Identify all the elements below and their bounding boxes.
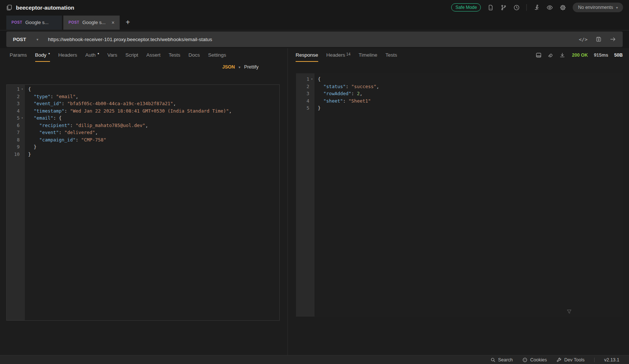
code-line: 8 "campaign_id": "CMP-758" <box>7 136 279 144</box>
request-url-row: POST ▾ https://webhook-receiver-101.prox… <box>0 30 629 48</box>
tab-params[interactable]: Params <box>6 48 31 62</box>
tab-timeline[interactable]: Timeline <box>355 48 382 62</box>
modified-dot: ● <box>48 52 50 55</box>
code-text: { <box>314 76 321 82</box>
chevron-down-icon[interactable]: ▾ <box>36 37 38 41</box>
prettify-button[interactable]: Prettify <box>244 64 259 70</box>
code-line: 7 "event": "delivered", <box>7 129 279 136</box>
clear-response-icon[interactable] <box>548 52 553 58</box>
response-code-editor[interactable]: 1▾{2 "status": "success",3 "rowAdded": 2… <box>296 73 623 317</box>
code-text: "status": "success", <box>314 84 379 89</box>
fold-icon[interactable]: ▾ <box>309 77 314 81</box>
new-tab-button[interactable]: + <box>121 18 134 27</box>
body-mode-selector[interactable]: JSON <box>222 64 235 70</box>
header-divider <box>526 4 527 11</box>
app-header: beeceptor-automation Safe Mode <box>0 0 629 15</box>
response-panel: ResponseHeaders14TimelineTests <box>288 48 629 355</box>
tab-label: Response <box>296 52 318 58</box>
line-number: 3 <box>7 101 20 106</box>
line-number: 1 <box>296 76 309 82</box>
send-icon[interactable] <box>610 36 616 42</box>
gutter: 1▾ <box>296 76 314 82</box>
code-text: { <box>25 86 31 92</box>
version-control-icon[interactable] <box>500 4 507 11</box>
search-button[interactable]: Search <box>490 357 513 363</box>
settings-icon[interactable] <box>560 4 566 11</box>
request-code-editor[interactable]: 1▾{2 "type": "email",3 "event_id": "bfa5… <box>6 84 280 321</box>
devtools-button[interactable]: Dev Tools <box>556 357 585 363</box>
gutter: 4 <box>296 98 314 104</box>
safe-mode-badge[interactable]: Safe Mode <box>451 3 481 11</box>
line-number: 10 <box>7 151 20 157</box>
response-header: ResponseHeaders14TimelineTests <box>288 48 629 62</box>
status-bar: Search Cookies Dev Tools v2.13.1 <box>0 355 629 364</box>
fold-icon[interactable]: ▾ <box>20 116 25 120</box>
line-number: 5 <box>7 115 20 121</box>
code-line: 3 "rowAdded": 2, <box>296 90 623 97</box>
tab-settings[interactable]: Settings <box>204 48 230 62</box>
history-icon[interactable] <box>513 4 520 11</box>
modified-dot: ● <box>97 52 99 55</box>
gutter: 5 <box>296 105 314 111</box>
line-number: 8 <box>7 137 20 143</box>
environment-selector[interactable]: No environments ▾ <box>573 3 623 12</box>
request-panel-tabs: ParamsBody●HeadersAuth●VarsScriptAssertT… <box>0 48 287 62</box>
gutter: 2 <box>296 84 314 89</box>
code-text: "event": "delivered", <box>25 130 98 135</box>
response-time: 915ms <box>594 53 608 58</box>
download-icon[interactable] <box>559 52 565 58</box>
gutter: 6 <box>7 123 25 128</box>
tab-headers[interactable]: Headers <box>54 48 81 62</box>
code-text: } <box>314 105 321 111</box>
runner-icon[interactable] <box>533 4 540 11</box>
tab-auth[interactable]: Auth● <box>81 48 103 62</box>
save-icon[interactable] <box>596 36 602 42</box>
collection-title: beeceptor-automation <box>16 4 74 11</box>
file-tab[interactable]: POSTGoogle s... <box>6 16 62 30</box>
cookies-button[interactable]: Cookies <box>522 357 547 363</box>
tab-assert[interactable]: Assert <box>142 48 164 62</box>
close-tab-icon[interactable]: × <box>112 20 114 26</box>
gutter: 5▾ <box>7 115 25 121</box>
tab-script[interactable]: Script <box>122 48 143 62</box>
runbook-icon[interactable] <box>487 4 494 11</box>
method-selector[interactable]: POST <box>13 37 26 42</box>
app-version: v2.13.1 <box>604 357 619 363</box>
code-line: 9 } <box>7 143 279 151</box>
gutter: 3 <box>296 91 314 96</box>
tab-response[interactable]: Response <box>292 48 322 62</box>
gutter: 8 <box>7 137 25 143</box>
response-size: 50B <box>614 53 623 58</box>
code-text: "campaign_id": "CMP-758" <box>25 137 106 143</box>
chevron-down-icon[interactable]: ▾ <box>239 65 240 69</box>
url-input[interactable]: https://webhook-receiver-101.proxy.beece… <box>48 37 579 42</box>
code-text: "recipient": "dilip_mahato785@uol.dev", <box>25 123 148 128</box>
code-text: "sheet": "Sheet1" <box>314 98 371 104</box>
cookies-label: Cookies <box>530 357 547 363</box>
devtools-label: Dev Tools <box>564 357 585 363</box>
tab-body[interactable]: Body● <box>31 48 54 62</box>
tab-tests[interactable]: Tests <box>381 48 401 62</box>
tab-label: Headers <box>58 52 77 58</box>
code-line: 5} <box>296 104 623 112</box>
gutter: 10 <box>7 151 25 157</box>
tab-tests[interactable]: Tests <box>164 48 184 62</box>
code-text: "rowAdded": 2, <box>314 91 362 96</box>
url-bar[interactable]: POST ▾ https://webhook-receiver-101.prox… <box>6 31 623 47</box>
fold-icon[interactable]: ▾ <box>20 87 25 91</box>
response-panel-tabs: ResponseHeaders14TimelineTests <box>292 48 401 62</box>
layout-panel-icon[interactable] <box>536 52 542 58</box>
gutter: 2 <box>7 94 25 99</box>
filter-icon[interactable] <box>566 309 572 314</box>
tab-headers[interactable]: Headers14 <box>322 48 355 62</box>
tab-docs[interactable]: Docs <box>184 48 204 62</box>
file-tab-method: POST <box>69 20 79 24</box>
tab-vars[interactable]: Vars <box>103 48 122 62</box>
code-line: 4 "sheet": "Sheet1" <box>296 97 623 105</box>
code-line: 2 "type": "email", <box>7 93 279 100</box>
file-tab[interactable]: POSTGoogle s...× <box>63 16 120 30</box>
line-number: 2 <box>7 94 20 99</box>
code-snippet-icon[interactable]: </> <box>579 37 588 42</box>
tab-label: Vars <box>107 52 117 58</box>
preview-icon[interactable] <box>546 4 553 11</box>
